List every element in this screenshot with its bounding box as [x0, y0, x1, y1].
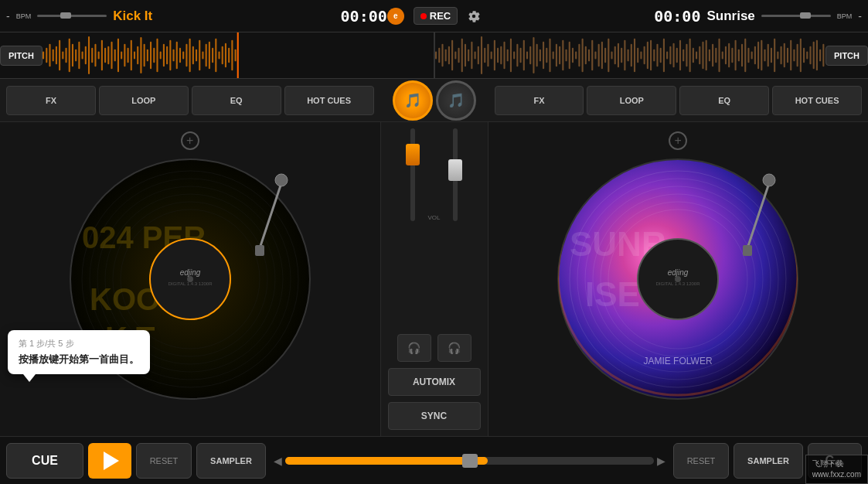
svg-rect-63 — [441, 44, 443, 67]
gear-icon[interactable] — [467, 9, 481, 23]
main-area: + — [0, 122, 868, 436]
svg-rect-41 — [176, 42, 178, 69]
svg-rect-94 — [543, 42, 544, 69]
headphone-button-left[interactable]: 🎧 — [397, 334, 431, 362]
automix-button[interactable]: AUTOMIX — [388, 368, 481, 396]
svg-rect-164 — [770, 48, 771, 63]
top-bar: - BPM Kick It 00:00 e REC 00:00 Sunrise … — [0, 0, 868, 32]
svg-rect-27 — [131, 40, 132, 70]
svg-rect-54 — [218, 52, 220, 60]
svg-text:ISE: ISE — [585, 275, 640, 313]
svg-rect-70 — [464, 44, 465, 67]
pitch-slider-right[interactable] — [761, 15, 831, 17]
svg-rect-92 — [536, 44, 537, 67]
svg-rect-144 — [705, 40, 706, 70]
pitch-slider-left[interactable] — [37, 15, 107, 17]
svg-rect-120 — [627, 49, 628, 62]
svg-rect-89 — [526, 52, 527, 60]
svg-rect-66 — [451, 40, 453, 70]
deck-button-left[interactable]: 🎵 — [393, 80, 433, 121]
svg-rect-19 — [104, 48, 106, 63]
svg-rect-156 — [744, 39, 746, 72]
top-bar-left: - BPM Kick It 00:00 — [6, 7, 387, 26]
fader-track-right[interactable] — [453, 128, 458, 221]
svg-rect-86 — [516, 44, 518, 67]
play-button-left[interactable] — [88, 443, 131, 479]
vinyl-right: SUNR ISE JAMIE FOLWER edjing DIGITAL 1.4… — [554, 155, 802, 403]
svg-rect-168 — [783, 43, 785, 67]
cue-button-left[interactable]: CUE — [6, 443, 83, 479]
svg-rect-72 — [471, 42, 472, 69]
svg-text:edjing: edjing — [668, 268, 689, 277]
svg-rect-180 — [822, 44, 824, 67]
deck-button-right[interactable]: 🎵 — [436, 80, 476, 121]
svg-rect-126 — [646, 42, 648, 69]
vol-label: VOL — [427, 214, 440, 221]
waveform-left[interactable] — [43, 32, 434, 78]
waveform-right[interactable] — [435, 32, 826, 78]
svg-rect-81 — [500, 46, 502, 65]
svg-rect-85 — [513, 52, 515, 60]
svg-rect-122 — [633, 39, 635, 72]
fx-button-right[interactable]: FX — [495, 86, 584, 115]
pitch-button-left[interactable]: PITCH — [0, 46, 43, 66]
fx-button-left[interactable]: FX — [6, 86, 96, 115]
svg-rect-107 — [584, 46, 586, 65]
svg-rect-152 — [731, 48, 733, 63]
svg-rect-131 — [662, 39, 664, 72]
fader-handle-left[interactable] — [406, 144, 420, 165]
svg-rect-102 — [568, 42, 570, 69]
controls-left: FX LOOP EQ HOT CUES — [0, 79, 380, 121]
svg-rect-150 — [724, 46, 726, 65]
svg-rect-83 — [506, 49, 508, 62]
loop-button-left[interactable]: LOOP — [99, 86, 189, 115]
bpm-label-left: BPM — [16, 12, 32, 20]
hot-cues-button-left[interactable]: HOT CUES — [284, 86, 374, 115]
svg-rect-130 — [659, 48, 661, 63]
svg-rect-162 — [764, 49, 765, 62]
svg-rect-153 — [734, 40, 736, 70]
svg-rect-11 — [78, 42, 80, 69]
crossfader-track[interactable] — [285, 457, 654, 465]
hot-cues-button-right[interactable]: HOT CUES — [772, 86, 862, 115]
svg-point-215 — [763, 174, 775, 186]
svg-rect-73 — [474, 52, 475, 60]
headphone-row: 🎧 🎧 — [397, 334, 471, 362]
loop-button-right[interactable]: LOOP — [587, 86, 676, 115]
crossfader-left-arrow-icon: ◀ — [274, 455, 282, 467]
svg-rect-139 — [689, 39, 690, 72]
svg-rect-147 — [715, 48, 717, 63]
crossfader-handle[interactable] — [462, 454, 478, 468]
svg-rect-146 — [712, 44, 713, 67]
svg-rect-163 — [767, 44, 768, 67]
sampler-button-left[interactable]: SAMPLER — [196, 443, 266, 479]
svg-rect-7 — [65, 48, 66, 63]
svg-rect-69 — [461, 39, 462, 72]
sampler-button-right[interactable]: SAMPLER — [734, 443, 803, 479]
svg-rect-52 — [212, 48, 213, 63]
svg-rect-143 — [702, 42, 703, 69]
rec-dot-icon — [420, 13, 427, 19]
fader-handle-right[interactable] — [448, 159, 462, 181]
svg-rect-141 — [696, 52, 697, 60]
rec-button[interactable]: REC — [414, 7, 458, 25]
add-track-left-button[interactable]: + — [181, 131, 199, 150]
eq-button-left[interactable]: EQ — [192, 86, 281, 115]
svg-rect-84 — [509, 39, 511, 72]
headphone-button-right[interactable]: 🎧 — [437, 334, 471, 362]
reset-button-left[interactable]: RESET — [136, 443, 192, 479]
svg-rect-57 — [228, 48, 230, 63]
eq-button-right[interactable]: EQ — [679, 86, 769, 115]
svg-rect-113 — [604, 48, 606, 63]
svg-rect-42 — [179, 48, 181, 63]
reset-button-right[interactable]: RESET — [673, 443, 729, 479]
add-track-right-button[interactable]: + — [669, 131, 687, 150]
pitch-button-right[interactable]: PITCH — [825, 46, 868, 66]
sync-button[interactable]: SYNC — [388, 402, 481, 430]
waveform-bar: PITCH — [0, 32, 868, 79]
svg-rect-124 — [640, 52, 642, 60]
fader-track-left[interactable] — [410, 128, 415, 221]
svg-rect-127 — [650, 40, 652, 70]
top-bar-right: 00:00 Sunrise BPM - — [481, 7, 862, 26]
svg-rect-154 — [737, 49, 739, 62]
